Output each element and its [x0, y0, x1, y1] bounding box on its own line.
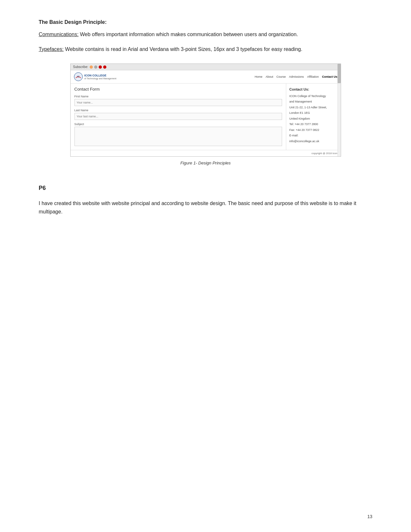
logo-icon: IC — [74, 72, 83, 81]
communications-text: Web offers important information which m… — [79, 32, 298, 37]
contact-us-title: Contact Us: — [289, 87, 338, 92]
last-name-input[interactable] — [74, 113, 282, 120]
typefaces-label: Typefaces: — [39, 46, 64, 52]
typefaces-text: Website contains is read in Arial and Ve… — [64, 46, 302, 52]
section-design-principle: The Basic Design Principle: Communicatio… — [39, 19, 372, 53]
right-panel: Contact Us: ICON College of Technology a… — [286, 84, 341, 150]
nav-contact-us[interactable]: Contact Us — [322, 75, 338, 78]
logo-sub-text: of Technology and Management — [84, 77, 117, 80]
website-mockup: IC ICON COLLEGE of Technology and Manage… — [71, 70, 341, 156]
figure-wrapper: Subscribe: IC ICON COLLEGE of Te — [39, 64, 372, 165]
basic-design-heading: The Basic Design Principle: — [39, 19, 372, 25]
nav-about[interactable]: About — [266, 75, 273, 78]
figure-caption: Figure 1- Design Principles — [39, 161, 372, 165]
subscribe-label: Subscribe: — [73, 65, 88, 69]
subscribe-dot-1 — [90, 65, 93, 69]
p6-paragraph: I have created this website with website… — [39, 199, 372, 216]
contact-line-2: and Management — [289, 100, 338, 104]
subscribe-dot-2 — [94, 65, 97, 69]
subject-textarea[interactable] — [74, 127, 282, 146]
nav-bar: IC ICON COLLEGE of Technology and Manage… — [71, 70, 341, 84]
typefaces-paragraph: Typefaces: Website contains is read in A… — [39, 45, 372, 54]
nav-admissions[interactable]: Admissions — [289, 75, 304, 78]
contact-line-9: info@iconcollege.ac.uk — [289, 139, 338, 144]
last-name-label: Last Name — [74, 109, 282, 112]
first-name-input[interactable] — [74, 99, 282, 106]
contact-line-7: Fax: +44 20 7377 0822 — [289, 128, 338, 133]
first-name-label: First Name — [74, 95, 282, 98]
figure-container: Subscribe: IC ICON COLLEGE of Te — [70, 64, 341, 157]
subscribe-dot-4 — [103, 65, 106, 69]
nav-home[interactable]: Home — [255, 75, 262, 78]
p6-heading: P6 — [39, 185, 372, 192]
scrollbar-thumb[interactable] — [338, 64, 341, 83]
contact-line-3: Unit 21-22, 1-13 Adler Street, — [289, 105, 338, 110]
main-content: Contact Form First Name Last Name Subjec… — [71, 84, 341, 150]
subscribe-bar: Subscribe: — [71, 64, 341, 70]
copyright-text: copyright @ 2018 Icon — [311, 152, 337, 155]
scrollbar[interactable] — [338, 64, 341, 156]
page-number: 13 — [367, 514, 372, 519]
logo-text-block: ICON COLLEGE of Technology and Managemen… — [84, 74, 117, 80]
subject-label: Subject — [74, 123, 282, 126]
contact-form-title: Contact Form — [74, 87, 282, 92]
nav-links: Home About Course Admissions Affiliation… — [255, 75, 337, 78]
copyright-bar: copyright @ 2018 Icon — [71, 150, 341, 156]
logo-area: IC ICON COLLEGE of Technology and Manage… — [74, 72, 117, 81]
communications-paragraph: Communications: Web offers important inf… — [39, 30, 372, 39]
contact-line-6: Tel: +44 20 7377 2800 — [289, 122, 338, 127]
left-panel: Contact Form First Name Last Name Subjec… — [71, 84, 286, 150]
communications-label: Communications: — [39, 32, 79, 37]
contact-line-1: ICON College of Technology — [289, 94, 338, 99]
nav-affiliation[interactable]: Affiliation — [307, 75, 319, 78]
nav-course[interactable]: Course — [277, 75, 286, 78]
contact-line-5: United Kingdom — [289, 117, 338, 121]
section-p6: P6 I have created this website with webs… — [39, 185, 372, 216]
subscribe-dot-3 — [99, 65, 102, 69]
contact-line-4: London E1 1EG — [289, 111, 338, 115]
logo-main-text: ICON COLLEGE — [84, 74, 117, 77]
contact-line-8: E-mail: — [289, 133, 338, 138]
